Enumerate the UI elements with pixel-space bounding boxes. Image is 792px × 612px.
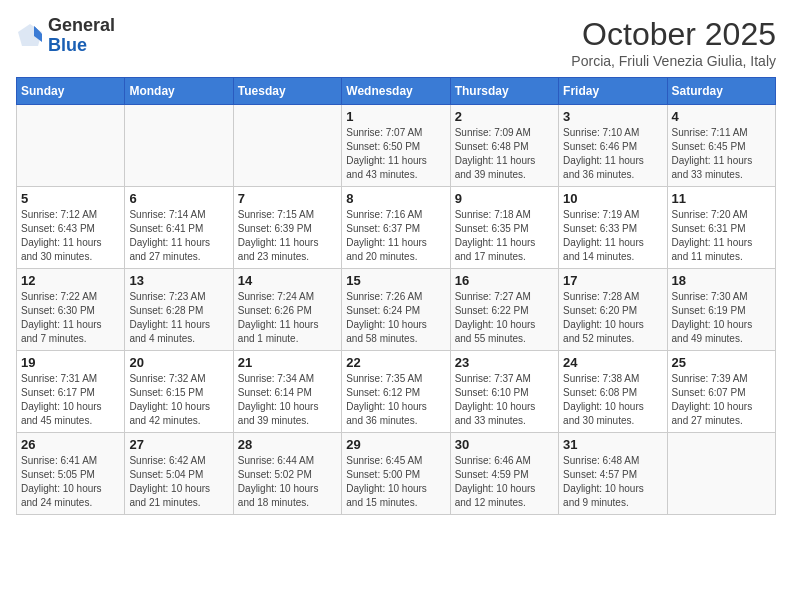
calendar-cell: 3Sunrise: 7:10 AMSunset: 6:46 PMDaylight… xyxy=(559,105,667,187)
day-number: 18 xyxy=(672,273,771,288)
day-info: Sunrise: 7:14 AMSunset: 6:41 PMDaylight:… xyxy=(129,208,228,264)
day-info: Sunrise: 7:07 AMSunset: 6:50 PMDaylight:… xyxy=(346,126,445,182)
day-info: Sunrise: 7:34 AMSunset: 6:14 PMDaylight:… xyxy=(238,372,337,428)
day-info: Sunrise: 7:15 AMSunset: 6:39 PMDaylight:… xyxy=(238,208,337,264)
day-number: 24 xyxy=(563,355,662,370)
week-row-5: 26Sunrise: 6:41 AMSunset: 5:05 PMDayligh… xyxy=(17,433,776,515)
day-info: Sunrise: 6:42 AMSunset: 5:04 PMDaylight:… xyxy=(129,454,228,510)
calendar-cell: 8Sunrise: 7:16 AMSunset: 6:37 PMDaylight… xyxy=(342,187,450,269)
weekday-header-friday: Friday xyxy=(559,78,667,105)
day-number: 31 xyxy=(563,437,662,452)
day-info: Sunrise: 7:35 AMSunset: 6:12 PMDaylight:… xyxy=(346,372,445,428)
calendar-cell: 29Sunrise: 6:45 AMSunset: 5:00 PMDayligh… xyxy=(342,433,450,515)
calendar-cell: 19Sunrise: 7:31 AMSunset: 6:17 PMDayligh… xyxy=(17,351,125,433)
day-info: Sunrise: 7:23 AMSunset: 6:28 PMDaylight:… xyxy=(129,290,228,346)
day-info: Sunrise: 7:27 AMSunset: 6:22 PMDaylight:… xyxy=(455,290,554,346)
calendar-cell: 26Sunrise: 6:41 AMSunset: 5:05 PMDayligh… xyxy=(17,433,125,515)
calendar-table: SundayMondayTuesdayWednesdayThursdayFrid… xyxy=(16,77,776,515)
calendar-body: 1Sunrise: 7:07 AMSunset: 6:50 PMDaylight… xyxy=(17,105,776,515)
day-number: 13 xyxy=(129,273,228,288)
day-number: 29 xyxy=(346,437,445,452)
day-info: Sunrise: 6:45 AMSunset: 5:00 PMDaylight:… xyxy=(346,454,445,510)
day-number: 20 xyxy=(129,355,228,370)
day-info: Sunrise: 6:46 AMSunset: 4:59 PMDaylight:… xyxy=(455,454,554,510)
day-info: Sunrise: 7:39 AMSunset: 6:07 PMDaylight:… xyxy=(672,372,771,428)
calendar-cell: 11Sunrise: 7:20 AMSunset: 6:31 PMDayligh… xyxy=(667,187,775,269)
day-number: 27 xyxy=(129,437,228,452)
title-block: October 2025 Porcia, Friuli Venezia Giul… xyxy=(571,16,776,69)
calendar-cell xyxy=(667,433,775,515)
day-number: 26 xyxy=(21,437,120,452)
calendar-cell: 12Sunrise: 7:22 AMSunset: 6:30 PMDayligh… xyxy=(17,269,125,351)
day-number: 4 xyxy=(672,109,771,124)
calendar-subtitle: Porcia, Friuli Venezia Giulia, Italy xyxy=(571,53,776,69)
calendar-cell: 4Sunrise: 7:11 AMSunset: 6:45 PMDaylight… xyxy=(667,105,775,187)
day-info: Sunrise: 7:12 AMSunset: 6:43 PMDaylight:… xyxy=(21,208,120,264)
weekday-header-tuesday: Tuesday xyxy=(233,78,341,105)
calendar-cell: 30Sunrise: 6:46 AMSunset: 4:59 PMDayligh… xyxy=(450,433,558,515)
day-number: 11 xyxy=(672,191,771,206)
calendar-cell: 14Sunrise: 7:24 AMSunset: 6:26 PMDayligh… xyxy=(233,269,341,351)
logo-text: General Blue xyxy=(48,16,115,56)
day-info: Sunrise: 7:11 AMSunset: 6:45 PMDaylight:… xyxy=(672,126,771,182)
day-number: 14 xyxy=(238,273,337,288)
day-number: 1 xyxy=(346,109,445,124)
calendar-cell: 31Sunrise: 6:48 AMSunset: 4:57 PMDayligh… xyxy=(559,433,667,515)
day-number: 5 xyxy=(21,191,120,206)
calendar-cell: 5Sunrise: 7:12 AMSunset: 6:43 PMDaylight… xyxy=(17,187,125,269)
day-number: 16 xyxy=(455,273,554,288)
day-number: 3 xyxy=(563,109,662,124)
day-info: Sunrise: 7:24 AMSunset: 6:26 PMDaylight:… xyxy=(238,290,337,346)
calendar-cell: 2Sunrise: 7:09 AMSunset: 6:48 PMDaylight… xyxy=(450,105,558,187)
calendar-cell: 20Sunrise: 7:32 AMSunset: 6:15 PMDayligh… xyxy=(125,351,233,433)
logo: General Blue xyxy=(16,16,115,56)
week-row-3: 12Sunrise: 7:22 AMSunset: 6:30 PMDayligh… xyxy=(17,269,776,351)
logo-icon xyxy=(16,22,44,50)
calendar-cell: 13Sunrise: 7:23 AMSunset: 6:28 PMDayligh… xyxy=(125,269,233,351)
day-info: Sunrise: 7:26 AMSunset: 6:24 PMDaylight:… xyxy=(346,290,445,346)
day-number: 30 xyxy=(455,437,554,452)
weekday-header-monday: Monday xyxy=(125,78,233,105)
week-row-1: 1Sunrise: 7:07 AMSunset: 6:50 PMDaylight… xyxy=(17,105,776,187)
day-info: Sunrise: 7:19 AMSunset: 6:33 PMDaylight:… xyxy=(563,208,662,264)
day-number: 6 xyxy=(129,191,228,206)
day-number: 22 xyxy=(346,355,445,370)
day-info: Sunrise: 7:09 AMSunset: 6:48 PMDaylight:… xyxy=(455,126,554,182)
day-info: Sunrise: 6:48 AMSunset: 4:57 PMDaylight:… xyxy=(563,454,662,510)
day-number: 9 xyxy=(455,191,554,206)
day-info: Sunrise: 6:41 AMSunset: 5:05 PMDaylight:… xyxy=(21,454,120,510)
day-info: Sunrise: 7:32 AMSunset: 6:15 PMDaylight:… xyxy=(129,372,228,428)
day-info: Sunrise: 7:22 AMSunset: 6:30 PMDaylight:… xyxy=(21,290,120,346)
week-row-4: 19Sunrise: 7:31 AMSunset: 6:17 PMDayligh… xyxy=(17,351,776,433)
day-number: 8 xyxy=(346,191,445,206)
day-number: 25 xyxy=(672,355,771,370)
calendar-cell: 6Sunrise: 7:14 AMSunset: 6:41 PMDaylight… xyxy=(125,187,233,269)
day-number: 23 xyxy=(455,355,554,370)
calendar-cell: 15Sunrise: 7:26 AMSunset: 6:24 PMDayligh… xyxy=(342,269,450,351)
day-number: 28 xyxy=(238,437,337,452)
day-info: Sunrise: 7:28 AMSunset: 6:20 PMDaylight:… xyxy=(563,290,662,346)
calendar-cell: 21Sunrise: 7:34 AMSunset: 6:14 PMDayligh… xyxy=(233,351,341,433)
day-info: Sunrise: 7:16 AMSunset: 6:37 PMDaylight:… xyxy=(346,208,445,264)
day-info: Sunrise: 7:10 AMSunset: 6:46 PMDaylight:… xyxy=(563,126,662,182)
weekday-header-saturday: Saturday xyxy=(667,78,775,105)
week-row-2: 5Sunrise: 7:12 AMSunset: 6:43 PMDaylight… xyxy=(17,187,776,269)
page-header: General Blue October 2025 Porcia, Friuli… xyxy=(16,16,776,69)
day-number: 19 xyxy=(21,355,120,370)
calendar-title: October 2025 xyxy=(571,16,776,53)
weekday-header-wednesday: Wednesday xyxy=(342,78,450,105)
weekday-header-row: SundayMondayTuesdayWednesdayThursdayFrid… xyxy=(17,78,776,105)
day-number: 7 xyxy=(238,191,337,206)
calendar-cell xyxy=(17,105,125,187)
day-info: Sunrise: 7:18 AMSunset: 6:35 PMDaylight:… xyxy=(455,208,554,264)
calendar-cell: 27Sunrise: 6:42 AMSunset: 5:04 PMDayligh… xyxy=(125,433,233,515)
day-number: 10 xyxy=(563,191,662,206)
day-number: 12 xyxy=(21,273,120,288)
day-info: Sunrise: 7:31 AMSunset: 6:17 PMDaylight:… xyxy=(21,372,120,428)
day-info: Sunrise: 7:38 AMSunset: 6:08 PMDaylight:… xyxy=(563,372,662,428)
calendar-cell: 7Sunrise: 7:15 AMSunset: 6:39 PMDaylight… xyxy=(233,187,341,269)
calendar-cell: 18Sunrise: 7:30 AMSunset: 6:19 PMDayligh… xyxy=(667,269,775,351)
calendar-cell: 28Sunrise: 6:44 AMSunset: 5:02 PMDayligh… xyxy=(233,433,341,515)
day-number: 15 xyxy=(346,273,445,288)
calendar-cell: 1Sunrise: 7:07 AMSunset: 6:50 PMDaylight… xyxy=(342,105,450,187)
